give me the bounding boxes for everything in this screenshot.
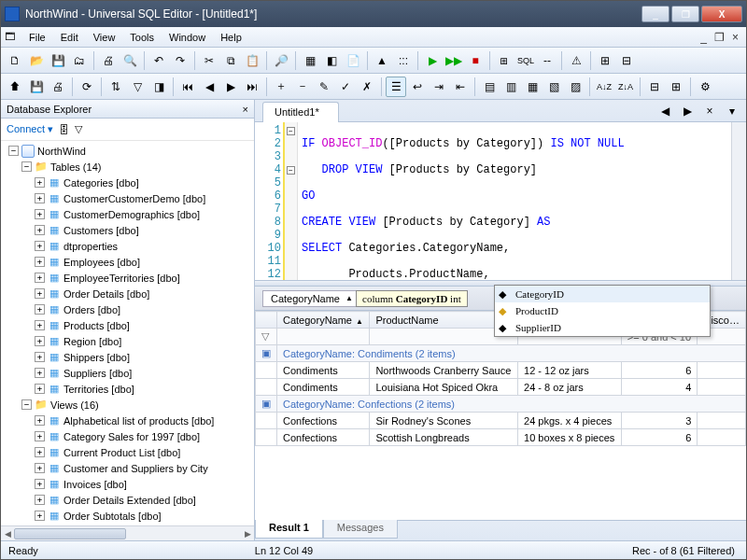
save-all-button[interactable]: 🗂 [69, 50, 90, 71]
tb2-settings[interactable]: ⚙ [695, 77, 715, 97]
save-button[interactable]: 💾 [48, 50, 68, 71]
tb2-expand[interactable]: ⊞ [666, 77, 686, 97]
tb2-delete[interactable]: － [292, 77, 313, 97]
tb2-last[interactable]: ⏭ [242, 77, 262, 97]
menu-view[interactable]: View [86, 30, 123, 45]
tree-leaf[interactable]: +▦Suppliers [dbo] [1, 365, 254, 381]
tree-leaf[interactable]: +▦EmployeeTerritories [dbo] [1, 270, 254, 286]
tb2-print[interactable]: 🖨 [48, 77, 68, 97]
connect-link[interactable]: Connect ▾ [7, 123, 53, 135]
group-by-column[interactable]: CategoryName▲ [262, 290, 371, 307]
explorer-tree[interactable]: −NorthWind −📁Tables (14) +▦Categories [d… [1, 141, 254, 525]
tree-leaf[interactable]: +▦Order Details [dbo] [1, 286, 254, 301]
group-header[interactable]: ▣CategoryName: Condiments (2 items) [256, 345, 746, 362]
tb2-commit[interactable]: ✓ [335, 77, 356, 97]
tree-db-node[interactable]: −NorthWind [1, 143, 254, 159]
doc-minimize-button[interactable]: _ [697, 31, 711, 44]
tb2-align1[interactable]: ▤ [479, 77, 500, 97]
open-button[interactable]: 📂 [26, 50, 47, 71]
tree-leaf[interactable]: +▦Category Sales for 1997 [dbo] [1, 428, 254, 444]
connection-icon[interactable]: 🗄 [59, 124, 69, 135]
autocomplete-item[interactable]: ◆CategoryID [495, 286, 710, 302]
collapse-all-button[interactable]: ⊟ [616, 50, 637, 71]
tb2-first[interactable]: ⏮ [177, 77, 198, 97]
copy-button[interactable]: ⧉ [220, 50, 241, 71]
tb2-wrap[interactable]: ↩ [407, 77, 428, 97]
tab-list-icon[interactable]: ▾ [722, 101, 742, 121]
tb2-sort-az[interactable]: A↓Z [594, 77, 614, 97]
tree-leaf[interactable]: +▦Shippers [dbo] [1, 349, 254, 365]
tree-leaf[interactable]: +▦Products [dbo] [1, 317, 254, 333]
menu-edit[interactable]: Edit [53, 30, 86, 45]
tb2-indent[interactable]: ⇥ [429, 77, 449, 97]
tb2-export[interactable]: 🡅 [5, 77, 25, 97]
doc-close-button[interactable]: × [728, 31, 742, 44]
autocomplete-item[interactable]: ◆SupplierID [495, 319, 710, 336]
results-grid[interactable]: CategoryName▲ ProductName QuantityPerUni… [255, 311, 746, 520]
object-button[interactable]: ▲ [372, 50, 392, 71]
explorer-scrollbar[interactable]: ◀▶ [1, 525, 254, 540]
tb2-sort[interactable]: ⇅ [106, 77, 126, 97]
editor-tab[interactable]: Untitled1* [262, 102, 339, 122]
tree-leaf[interactable]: +▦CustomerDemographics [dbo] [1, 206, 254, 222]
expand-all-button[interactable]: ⊞ [595, 50, 615, 71]
new-button[interactable]: 🗋 [5, 50, 25, 71]
explorer-close-icon[interactable]: × [243, 104, 248, 115]
sql-editor[interactable]: 123456789101112 − − IF OBJECT_ID([Produc… [255, 122, 746, 281]
table-row[interactable]: CondimentsLouisiana Hot Spiced Okra24 - … [256, 379, 746, 396]
table-row[interactable]: ConfectionsScottish Longbreads10 boxes x… [256, 429, 746, 446]
group-header[interactable]: ▣CategoryName: Confections (2 items) [256, 396, 746, 413]
tree-leaf[interactable]: +▦Region [dbo] [1, 333, 254, 349]
tree-leaf[interactable]: +▦Order Details Extended [dbo] [1, 492, 254, 508]
warn-button[interactable]: ⚠ [566, 50, 586, 71]
tb2-collapse[interactable]: ⊟ [644, 77, 665, 97]
window-maximize-button[interactable]: ❐ [671, 6, 699, 22]
tb2-align2[interactable]: ▥ [500, 77, 521, 97]
tree-leaf[interactable]: +▦Territories [dbo] [1, 381, 254, 397]
tree-leaf[interactable]: +▦Employees [dbo] [1, 254, 254, 270]
tb2-edit[interactable]: ✎ [314, 77, 334, 97]
print-button[interactable]: 🖨 [98, 50, 119, 71]
execute-button[interactable]: ▶ [422, 50, 443, 71]
tree-leaf[interactable]: +▦Alphabetical list of products [dbo] [1, 413, 254, 428]
redo-button[interactable]: ↷ [170, 50, 190, 71]
tree-leaf[interactable]: +▦Customer and Suppliers by City [1, 460, 254, 476]
table-row[interactable]: ConfectionsSir Rodney's Scones24 pkgs. x… [256, 413, 746, 429]
tab-close-icon[interactable]: × [699, 101, 720, 121]
filter-icon[interactable]: ▽ [256, 329, 277, 345]
tree-leaf[interactable]: +▦Orders [dbo] [1, 301, 254, 317]
menu-help[interactable]: Help [213, 30, 249, 45]
window-close-button[interactable]: X [701, 6, 742, 22]
tb2-outdent[interactable]: ⇤ [450, 77, 471, 97]
cut-button[interactable]: ✂ [199, 50, 219, 71]
tab-messages[interactable]: Messages [323, 520, 398, 539]
tb2-next[interactable]: ▶ [220, 77, 241, 97]
tb2-highlight[interactable]: ☰ [386, 77, 406, 97]
stop-button[interactable]: ■ [465, 50, 486, 71]
tab-next-icon[interactable]: ▶ [677, 101, 698, 121]
tree-leaf[interactable]: +▦Invoices [dbo] [1, 476, 254, 492]
col-category[interactable]: CategoryName▲ [277, 312, 370, 329]
tb2-align4[interactable]: ▧ [543, 77, 564, 97]
tree-leaf[interactable]: +▦dtproperties [1, 238, 254, 254]
execute-query-button[interactable]: ▶▶ [444, 50, 464, 71]
editor-code-area[interactable]: IF OBJECT_ID([Products by Category]) IS … [298, 122, 731, 280]
tb2-align5[interactable]: ▨ [565, 77, 585, 97]
window-minimize-button[interactable]: _ [641, 6, 669, 22]
tb2-align3[interactable]: ▦ [522, 77, 543, 97]
editor-vscroll[interactable] [731, 122, 746, 280]
member-button[interactable]: ::: [393, 50, 414, 71]
tb2-prev[interactable]: ◀ [199, 77, 219, 97]
tree-leaf[interactable]: +▦Categories [dbo] [1, 175, 254, 190]
menu-file[interactable]: File [21, 30, 53, 45]
doc-restore-button[interactable]: ❐ [711, 31, 728, 44]
editor-fold-column[interactable]: − − [285, 122, 298, 280]
tree-leaf[interactable]: +▦Customers [dbo] [1, 222, 254, 238]
autocomplete-item[interactable]: ◆ProductID [495, 302, 710, 319]
autocomplete-popup[interactable]: ◆CategoryID ◆ProductID ◆SupplierID [494, 285, 711, 337]
doc-button[interactable]: 📄 [343, 50, 363, 71]
explain-button[interactable]: 🗉 [494, 50, 514, 71]
tree-tables-node[interactable]: −📁Tables (14) [1, 159, 254, 175]
tb2-columns[interactable]: ◨ [148, 77, 169, 97]
list-members-button[interactable]: ▦ [300, 50, 320, 71]
